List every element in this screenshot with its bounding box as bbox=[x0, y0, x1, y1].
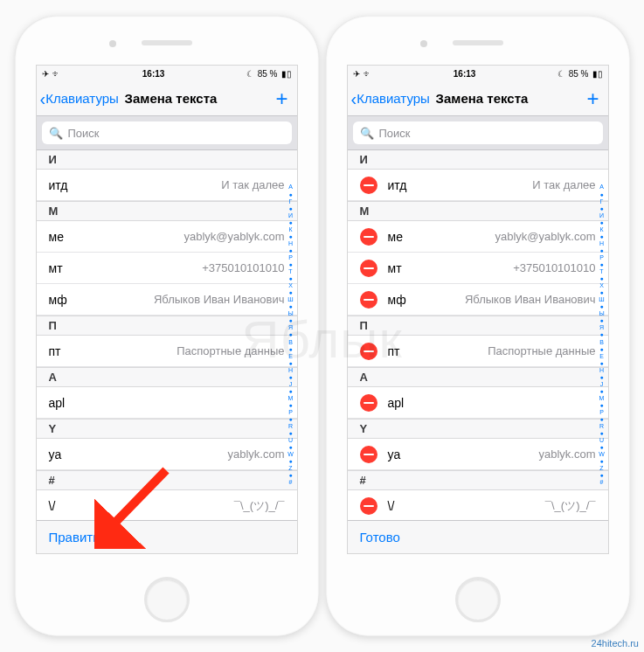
index-letter[interactable]: ● bbox=[286, 416, 296, 423]
shortcut-list-right[interactable]: ИитдИ так далееМмеyablyk@yablyk.comмт+37… bbox=[348, 150, 608, 520]
index-letter[interactable]: ● bbox=[597, 275, 607, 282]
home-button[interactable] bbox=[144, 577, 190, 622]
index-letter[interactable]: Н bbox=[286, 367, 296, 374]
shortcut-row[interactable]: мт+375010101010 bbox=[37, 253, 297, 284]
index-letter[interactable]: ● bbox=[597, 233, 607, 240]
delete-minus-icon[interactable] bbox=[360, 343, 377, 360]
index-letter[interactable]: ● bbox=[286, 233, 296, 240]
index-letter[interactable]: Т bbox=[286, 268, 296, 275]
index-letter[interactable]: ● bbox=[286, 247, 296, 254]
index-letter[interactable]: ● bbox=[286, 261, 296, 268]
index-letter[interactable]: ● bbox=[286, 388, 296, 395]
index-letter[interactable]: Е bbox=[597, 353, 607, 360]
index-letter[interactable]: Н bbox=[286, 240, 296, 247]
index-letter[interactable]: ● bbox=[286, 472, 296, 479]
index-letter[interactable]: ● bbox=[597, 472, 607, 479]
index-letter[interactable]: И bbox=[286, 212, 296, 219]
index-letter[interactable]: ● bbox=[597, 191, 607, 198]
index-letter[interactable]: Ы bbox=[286, 310, 296, 317]
index-letter[interactable]: ● bbox=[597, 205, 607, 212]
back-button[interactable]: ‹ Клавиатуры bbox=[348, 90, 430, 108]
shortcut-row[interactable]: птПаспортные данные bbox=[348, 336, 608, 367]
index-letter[interactable]: Н bbox=[597, 240, 607, 247]
index-letter[interactable]: А bbox=[286, 184, 296, 191]
index-letter[interactable]: # bbox=[597, 479, 607, 486]
index-letter[interactable]: R bbox=[286, 423, 296, 430]
index-letter[interactable]: ● bbox=[597, 346, 607, 353]
shortcut-row[interactable]: мт+375010101010 bbox=[348, 253, 608, 284]
index-letter[interactable]: Е bbox=[286, 353, 296, 360]
shortcut-row[interactable]: yayablyk.com bbox=[348, 439, 608, 470]
index-letter[interactable]: ● bbox=[597, 458, 607, 465]
delete-minus-icon[interactable] bbox=[360, 177, 377, 194]
index-letter[interactable]: Х bbox=[597, 282, 607, 289]
index-letter[interactable]: ● bbox=[286, 303, 296, 310]
index-letter[interactable]: ● bbox=[597, 261, 607, 268]
index-letter[interactable]: Г bbox=[286, 198, 296, 205]
index-letter[interactable]: ● bbox=[286, 289, 296, 296]
shortcut-row[interactable]: мфЯблыков Иван Иванович bbox=[348, 284, 608, 316]
delete-minus-icon[interactable] bbox=[360, 497, 377, 515]
index-letter[interactable]: J bbox=[597, 381, 607, 388]
shortcut-row[interactable]: yayablyk.com bbox=[37, 439, 297, 470]
section-index[interactable]: А●Г●И●К●Н●Р●Т●Х●Ш●Ы●Я●В●Е●Н●J●М●Р●R●U●W●… bbox=[286, 150, 296, 520]
shortcut-row[interactable]: итдИ так далее bbox=[348, 170, 608, 201]
index-letter[interactable]: ● bbox=[597, 219, 607, 226]
add-button[interactable]: + bbox=[275, 87, 296, 111]
index-letter[interactable]: ● bbox=[597, 430, 607, 437]
index-letter[interactable]: # bbox=[286, 479, 296, 486]
index-letter[interactable]: ● bbox=[286, 331, 296, 338]
index-letter[interactable]: А bbox=[597, 184, 607, 191]
search-input[interactable]: 🔍 Поиск bbox=[42, 121, 292, 144]
index-letter[interactable]: ● bbox=[286, 444, 296, 451]
index-letter[interactable]: ● bbox=[286, 317, 296, 324]
index-letter[interactable]: ● bbox=[286, 205, 296, 212]
index-letter[interactable]: Р bbox=[286, 409, 296, 416]
index-letter[interactable]: ● bbox=[597, 331, 607, 338]
index-letter[interactable]: ● bbox=[286, 219, 296, 226]
back-button[interactable]: ‹ Клавиатуры bbox=[37, 90, 119, 108]
shortcut-row[interactable]: итдИ так далее bbox=[37, 170, 297, 201]
index-letter[interactable]: И bbox=[597, 212, 607, 219]
index-letter[interactable]: ● bbox=[597, 303, 607, 310]
index-letter[interactable]: ● bbox=[597, 289, 607, 296]
index-letter[interactable]: Z bbox=[286, 465, 296, 472]
edit-button[interactable]: Править bbox=[49, 530, 100, 544]
index-letter[interactable]: ● bbox=[597, 388, 607, 395]
index-letter[interactable]: ● bbox=[286, 360, 296, 367]
index-letter[interactable]: Р bbox=[597, 254, 607, 261]
index-letter[interactable]: Z bbox=[597, 465, 607, 472]
delete-minus-icon[interactable] bbox=[360, 228, 377, 246]
index-letter[interactable]: М bbox=[597, 395, 607, 402]
delete-minus-icon[interactable] bbox=[360, 291, 377, 309]
shortcut-row[interactable]: меyablyk@yablyk.com bbox=[348, 221, 608, 253]
index-letter[interactable]: Я bbox=[597, 324, 607, 331]
shortcut-row[interactable]: \/¯\_(ツ)_/¯ bbox=[37, 490, 297, 520]
shortcut-list-left[interactable]: ИитдИ так далееМмеyablyk@yablyk.comмт+37… bbox=[37, 150, 297, 520]
index-letter[interactable]: ● bbox=[597, 416, 607, 423]
index-letter[interactable]: U bbox=[286, 437, 296, 444]
index-letter[interactable]: К bbox=[286, 226, 296, 233]
shortcut-row[interactable]: \/¯\_(ツ)_/¯ bbox=[348, 490, 608, 520]
home-button[interactable] bbox=[455, 577, 501, 622]
shortcut-row[interactable]: мфЯблыков Иван Иванович bbox=[37, 284, 297, 316]
index-letter[interactable]: U bbox=[597, 437, 607, 444]
section-index[interactable]: А●Г●И●К●Н●Р●Т●Х●Ш●Ы●Я●В●Е●Н●J●М●Р●R●U●W●… bbox=[597, 150, 607, 520]
index-letter[interactable]: Ы bbox=[597, 310, 607, 317]
index-letter[interactable]: Р bbox=[286, 254, 296, 261]
index-letter[interactable]: ● bbox=[597, 374, 607, 381]
done-button[interactable]: Готово bbox=[360, 530, 400, 544]
index-letter[interactable]: ● bbox=[286, 430, 296, 437]
shortcut-row[interactable]: apl bbox=[37, 387, 297, 419]
index-letter[interactable]: В bbox=[597, 339, 607, 346]
index-letter[interactable]: Ш bbox=[597, 296, 607, 303]
index-letter[interactable]: Я bbox=[286, 324, 296, 331]
index-letter[interactable]: М bbox=[286, 395, 296, 402]
index-letter[interactable]: W bbox=[286, 451, 296, 458]
index-letter[interactable]: Ш bbox=[286, 296, 296, 303]
index-letter[interactable]: R bbox=[597, 423, 607, 430]
index-letter[interactable]: Н bbox=[597, 367, 607, 374]
index-letter[interactable]: Г bbox=[597, 198, 607, 205]
index-letter[interactable]: Р bbox=[597, 409, 607, 416]
index-letter[interactable]: ● bbox=[286, 458, 296, 465]
